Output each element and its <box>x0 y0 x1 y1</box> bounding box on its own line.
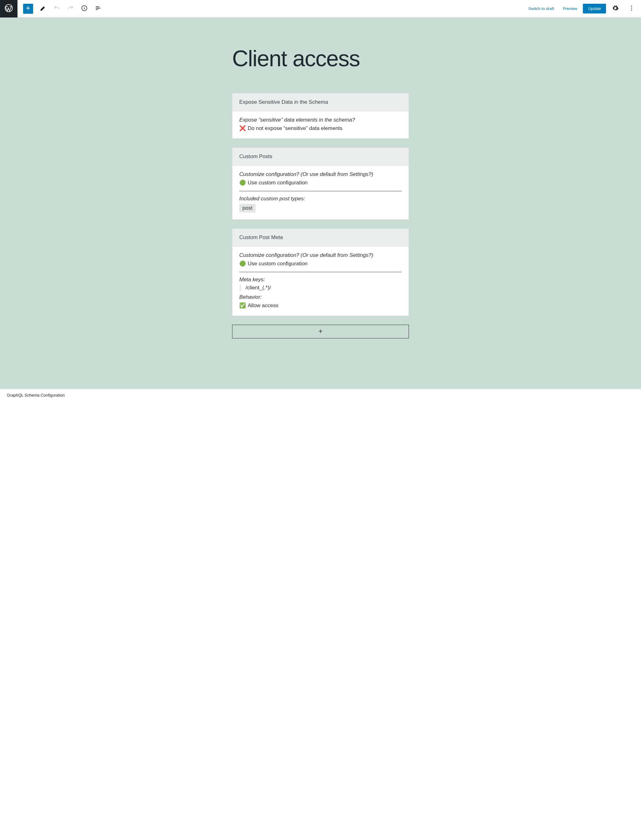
undo-icon <box>53 5 60 13</box>
editor-toolbar: Switch to draft Preview Update <box>0 0 641 18</box>
meta-keys-label: Meta keys: <box>239 277 402 283</box>
append-block-button[interactable] <box>232 325 409 339</box>
wordpress-logo-button[interactable] <box>0 0 18 18</box>
block-custom-posts[interactable]: Custom Posts Customize configuration? (O… <box>232 147 409 220</box>
svg-point-5 <box>631 10 632 11</box>
answer-text: Do not expose “sensitive” data elements <box>248 125 342 132</box>
post-type-chip: post <box>239 204 256 213</box>
edit-mode-button[interactable] <box>37 3 49 15</box>
block-header: Custom Post Meta <box>232 229 409 247</box>
outline-icon <box>95 5 101 13</box>
three-dots-icon <box>628 5 635 13</box>
divider <box>239 272 402 272</box>
switch-to-draft-button[interactable]: Switch to draft <box>525 4 557 13</box>
answer-row: ❌ Do not expose “sensitive” data element… <box>239 125 402 132</box>
svg-point-4 <box>631 8 632 9</box>
included-label: Included custom post types: <box>239 196 402 202</box>
green-circle-icon: 🟢 <box>239 179 246 186</box>
behavior-row: ✅ Allow access <box>239 302 402 309</box>
block-header: Expose Sensitive Data in the Schema <box>232 94 409 111</box>
redo-icon <box>67 5 74 13</box>
question-text: Customize configuration? (Or use default… <box>239 252 402 258</box>
answer-text: Use custom configuration <box>248 261 308 267</box>
editor-canvas: Client access Expose Sensitive Data in t… <box>0 18 641 389</box>
divider <box>239 191 402 191</box>
wordpress-icon <box>4 4 13 13</box>
more-menu-button[interactable] <box>626 3 637 15</box>
question-text: Customize configuration? (Or use default… <box>239 171 402 177</box>
settings-button[interactable] <box>610 3 621 15</box>
redo-button[interactable] <box>65 3 76 15</box>
cross-mark-icon: ❌ <box>239 125 246 132</box>
block-custom-post-meta[interactable]: Custom Post Meta Customize configuration… <box>232 229 409 316</box>
document-outline-button[interactable] <box>92 3 104 15</box>
undo-button[interactable] <box>51 3 63 15</box>
plus-icon <box>317 328 324 335</box>
svg-point-3 <box>631 6 632 6</box>
svg-point-2 <box>84 6 85 7</box>
answer-row: 🟢 Use custom configuration <box>239 179 402 186</box>
green-circle-icon: 🟢 <box>239 260 246 267</box>
pencil-icon <box>40 5 47 13</box>
toolbar-left-group <box>0 0 105 18</box>
question-text: Expose “sensitive” data elements in the … <box>239 117 402 123</box>
page-title[interactable]: Client access <box>232 46 409 71</box>
toolbar-right-group: Switch to draft Preview Update <box>525 3 638 15</box>
answer-row: 🟢 Use custom configuration <box>239 260 402 267</box>
behavior-text: Allow access <box>248 303 278 309</box>
document-info-button[interactable] <box>79 3 90 15</box>
answer-text: Use custom configuration <box>248 180 308 186</box>
meta-key-entry: /client_(.*)/ <box>240 285 402 291</box>
preview-button[interactable]: Preview <box>560 4 580 13</box>
info-icon <box>81 5 88 13</box>
block-header: Custom Posts <box>232 148 409 166</box>
update-button[interactable]: Update <box>583 4 606 13</box>
behavior-label: Behavior: <box>239 294 402 300</box>
plus-icon <box>25 5 32 13</box>
add-block-button[interactable] <box>23 4 33 14</box>
block-expose-sensitive[interactable]: Expose Sensitive Data in the Schema Expo… <box>232 93 409 139</box>
footer-caption: GraphQL Schema Configuration <box>0 389 641 410</box>
gear-icon <box>612 5 619 13</box>
check-mark-icon: ✅ <box>239 302 246 309</box>
